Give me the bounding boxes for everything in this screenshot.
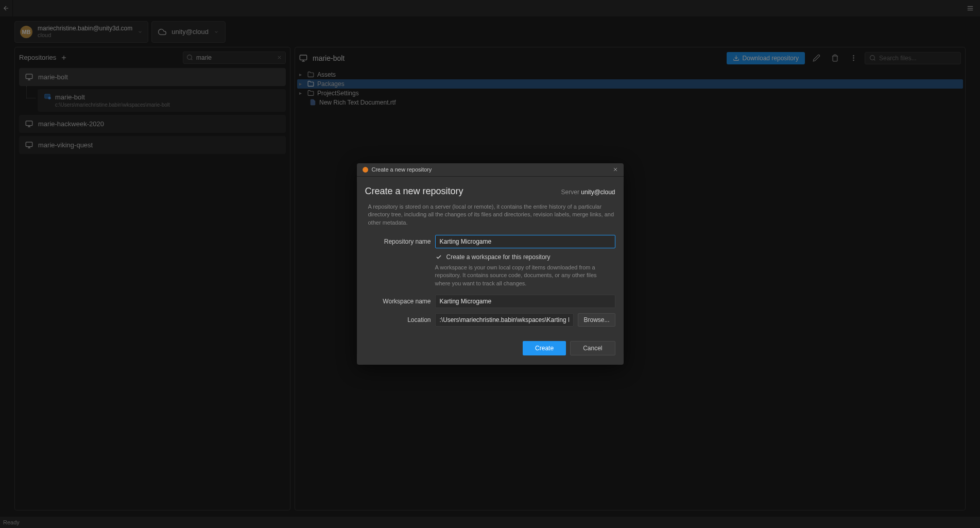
- app-icon: [362, 166, 369, 173]
- location-label: Location: [365, 316, 431, 323]
- server-info: Server unity@cloud: [561, 189, 615, 196]
- repo-name-input[interactable]: [435, 235, 615, 248]
- modal-heading: Create a new repository: [365, 186, 463, 197]
- cancel-button[interactable]: Cancel: [570, 341, 615, 355]
- repo-name-label: Repository name: [365, 238, 431, 245]
- checkmark-icon: [435, 253, 442, 261]
- server-value: unity@cloud: [581, 189, 615, 196]
- modal-body: Create a new repository Server unity@clo…: [357, 177, 624, 341]
- svg-point-28: [363, 167, 368, 173]
- modal-titlebar: Create a new repository: [357, 163, 624, 177]
- server-label: Server: [561, 189, 579, 196]
- modal-close-button[interactable]: [612, 166, 618, 173]
- close-icon: [612, 166, 618, 173]
- modal-titlebar-text: Create a new repository: [372, 166, 432, 173]
- workspace-description: A workspace is your own local copy of it…: [435, 264, 615, 287]
- modal-overlay: Create a new repository Create a new rep…: [0, 0, 980, 528]
- create-repository-modal: Create a new repository Create a new rep…: [357, 163, 624, 365]
- workspace-name-label: Workspace name: [365, 298, 431, 305]
- checkbox-label: Create a workspace for this repository: [446, 253, 551, 261]
- create-workspace-checkbox[interactable]: Create a workspace for this repository: [435, 253, 615, 261]
- workspace-name-input[interactable]: [435, 295, 615, 308]
- modal-description: A repository is stored on a server (loca…: [365, 203, 615, 227]
- browse-button[interactable]: Browse...: [578, 313, 615, 327]
- location-input[interactable]: [435, 313, 574, 327]
- create-button[interactable]: Create: [523, 341, 566, 355]
